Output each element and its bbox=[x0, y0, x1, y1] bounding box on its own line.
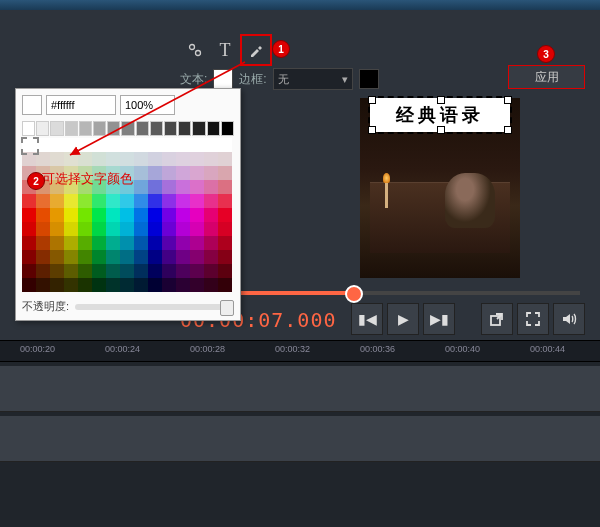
color-swatch[interactable] bbox=[64, 222, 78, 236]
color-swatch[interactable] bbox=[134, 166, 148, 180]
color-swatch[interactable] bbox=[190, 152, 204, 166]
time-ruler[interactable]: 00:00:2000:00:2400:00:2800:00:3200:00:36… bbox=[0, 341, 600, 362]
color-swatch[interactable] bbox=[120, 152, 134, 166]
color-swatch[interactable] bbox=[78, 208, 92, 222]
color-swatch[interactable] bbox=[64, 250, 78, 264]
next-button[interactable]: ▶▮ bbox=[423, 303, 455, 335]
color-swatch[interactable] bbox=[190, 222, 204, 236]
color-swatch[interactable] bbox=[106, 264, 120, 278]
color-swatch[interactable] bbox=[64, 194, 78, 208]
color-swatch[interactable] bbox=[106, 236, 120, 250]
gray-swatch[interactable] bbox=[136, 121, 149, 136]
color-swatch[interactable] bbox=[92, 222, 106, 236]
color-swatch[interactable] bbox=[162, 208, 176, 222]
color-swatch[interactable] bbox=[78, 264, 92, 278]
prev-button[interactable]: ▮◀ bbox=[351, 303, 383, 335]
color-swatch[interactable] bbox=[120, 236, 134, 250]
gray-swatch[interactable] bbox=[50, 121, 63, 136]
popout-icon[interactable] bbox=[481, 303, 513, 335]
color-swatch[interactable] bbox=[162, 250, 176, 264]
color-swatch[interactable] bbox=[218, 208, 232, 222]
color-swatch[interactable] bbox=[22, 194, 36, 208]
color-swatch[interactable] bbox=[92, 194, 106, 208]
gray-swatch[interactable] bbox=[150, 121, 163, 136]
color-swatch[interactable] bbox=[218, 264, 232, 278]
color-swatch[interactable] bbox=[134, 264, 148, 278]
color-swatch[interactable] bbox=[218, 236, 232, 250]
color-swatch[interactable] bbox=[204, 180, 218, 194]
color-swatch[interactable] bbox=[50, 194, 64, 208]
color-swatch[interactable] bbox=[134, 180, 148, 194]
color-swatch[interactable] bbox=[218, 278, 232, 292]
color-swatch[interactable] bbox=[36, 236, 50, 250]
color-swatch[interactable] bbox=[106, 194, 120, 208]
color-swatch[interactable] bbox=[134, 152, 148, 166]
color-swatch[interactable] bbox=[36, 278, 50, 292]
color-swatch[interactable] bbox=[78, 152, 92, 166]
color-swatch[interactable] bbox=[36, 222, 50, 236]
color-swatch[interactable] bbox=[204, 222, 218, 236]
color-swatch[interactable] bbox=[22, 208, 36, 222]
color-swatch[interactable] bbox=[92, 264, 106, 278]
color-swatch[interactable] bbox=[148, 250, 162, 264]
color-swatch[interactable] bbox=[106, 250, 120, 264]
gray-swatch[interactable] bbox=[192, 121, 205, 136]
color-swatch[interactable] bbox=[204, 194, 218, 208]
color-swatch[interactable] bbox=[22, 250, 36, 264]
color-swatch[interactable] bbox=[148, 236, 162, 250]
color-swatch[interactable] bbox=[92, 152, 106, 166]
gray-swatch[interactable] bbox=[178, 121, 191, 136]
color-swatch[interactable] bbox=[106, 138, 120, 152]
color-swatch[interactable] bbox=[22, 264, 36, 278]
volume-icon[interactable] bbox=[553, 303, 585, 335]
color-swatch[interactable] bbox=[78, 222, 92, 236]
color-swatch[interactable] bbox=[92, 250, 106, 264]
gray-swatch[interactable] bbox=[36, 121, 49, 136]
color-swatch[interactable] bbox=[190, 166, 204, 180]
color-swatch[interactable] bbox=[162, 236, 176, 250]
color-swatch[interactable] bbox=[148, 138, 162, 152]
gray-swatch[interactable] bbox=[93, 121, 106, 136]
color-swatch[interactable] bbox=[190, 208, 204, 222]
color-swatch[interactable] bbox=[50, 208, 64, 222]
color-swatch[interactable] bbox=[64, 236, 78, 250]
color-swatch[interactable] bbox=[92, 278, 106, 292]
color-swatch[interactable] bbox=[204, 264, 218, 278]
color-swatch[interactable] bbox=[162, 152, 176, 166]
opacity-input[interactable] bbox=[120, 95, 175, 115]
color-swatch[interactable] bbox=[120, 194, 134, 208]
color-swatch[interactable] bbox=[162, 138, 176, 152]
apply-button[interactable]: 应用 bbox=[508, 65, 585, 89]
color-swatch[interactable] bbox=[120, 278, 134, 292]
color-swatch[interactable] bbox=[134, 278, 148, 292]
color-swatch[interactable] bbox=[64, 264, 78, 278]
gray-swatch[interactable] bbox=[79, 121, 92, 136]
color-swatch[interactable] bbox=[190, 278, 204, 292]
color-swatch[interactable] bbox=[204, 250, 218, 264]
color-swatch[interactable] bbox=[190, 180, 204, 194]
settings-icon[interactable] bbox=[180, 35, 210, 65]
fullscreen-icon[interactable] bbox=[517, 303, 549, 335]
color-swatch[interactable] bbox=[78, 236, 92, 250]
color-swatch[interactable] bbox=[50, 222, 64, 236]
color-swatch[interactable] bbox=[162, 194, 176, 208]
color-swatch[interactable] bbox=[148, 194, 162, 208]
color-swatch[interactable] bbox=[218, 166, 232, 180]
color-swatch[interactable] bbox=[50, 278, 64, 292]
color-swatch[interactable] bbox=[92, 236, 106, 250]
color-swatch[interactable] bbox=[120, 208, 134, 222]
color-swatch[interactable] bbox=[176, 138, 190, 152]
color-swatch[interactable] bbox=[190, 236, 204, 250]
border-color-swatch[interactable] bbox=[359, 69, 379, 89]
text-color-swatch[interactable] bbox=[213, 69, 233, 89]
color-swatch[interactable] bbox=[120, 250, 134, 264]
eyedropper-icon[interactable] bbox=[240, 34, 272, 66]
color-swatch[interactable] bbox=[50, 236, 64, 250]
color-swatch[interactable] bbox=[22, 222, 36, 236]
color-swatch[interactable] bbox=[176, 250, 190, 264]
color-swatch[interactable] bbox=[120, 138, 134, 152]
color-swatch[interactable] bbox=[204, 278, 218, 292]
color-swatch[interactable] bbox=[204, 208, 218, 222]
color-swatch[interactable] bbox=[190, 138, 204, 152]
color-swatch[interactable] bbox=[78, 138, 92, 152]
